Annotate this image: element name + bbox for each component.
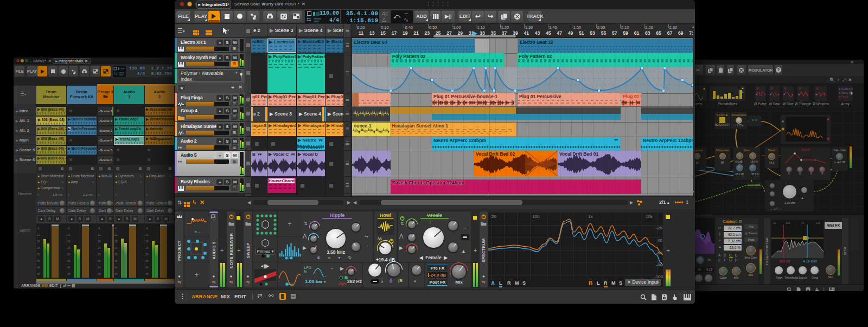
- svg-text:+: +: [331, 267, 333, 271]
- svg-text:⚭→: ⚭→: [194, 230, 201, 234]
- svg-text:◄▓▶: ◄▓▶: [260, 264, 270, 268]
